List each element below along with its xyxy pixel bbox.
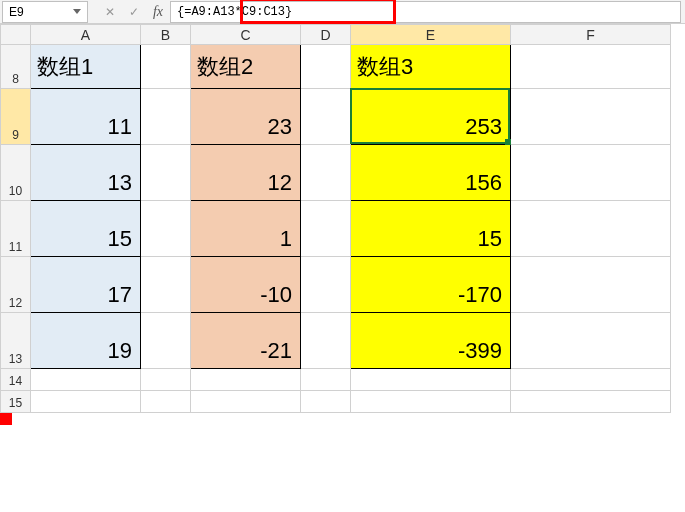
cell-B12[interactable] <box>141 257 191 313</box>
cell-A11[interactable]: 15 <box>31 201 141 257</box>
row-header-11[interactable]: 11 <box>1 201 31 257</box>
cell-C14[interactable] <box>191 369 301 391</box>
cell-F9[interactable] <box>511 89 671 145</box>
row-header-10[interactable]: 10 <box>1 145 31 201</box>
cell-D15[interactable] <box>301 391 351 413</box>
fx-label[interactable]: fx <box>146 4 170 20</box>
check-icon: ✓ <box>129 5 139 19</box>
cell-C9[interactable]: 23 <box>191 89 301 145</box>
cell-A12[interactable]: 17 <box>31 257 141 313</box>
cell-E8[interactable]: 数组3 <box>351 45 511 89</box>
cell-E12[interactable]: -170 <box>351 257 511 313</box>
cell-D14[interactable] <box>301 369 351 391</box>
cell-B14[interactable] <box>141 369 191 391</box>
cell-B10[interactable] <box>141 145 191 201</box>
cell-E15[interactable] <box>351 391 511 413</box>
cell-B13[interactable] <box>141 313 191 369</box>
spreadsheet-grid[interactable]: A B C D E F 8 数组1 数组2 数组3 9 11 23 253 10… <box>0 24 685 413</box>
name-box-dropdown-icon[interactable] <box>73 9 81 14</box>
cell-C13[interactable]: -21 <box>191 313 301 369</box>
formula-text: {=A9:A13*C9:C13} <box>177 5 292 19</box>
cell-D11[interactable] <box>301 201 351 257</box>
cell-F15[interactable] <box>511 391 671 413</box>
cell-A9[interactable]: 11 <box>31 89 141 145</box>
cell-C10[interactable]: 12 <box>191 145 301 201</box>
cell-D9[interactable] <box>301 89 351 145</box>
col-header-D[interactable]: D <box>301 25 351 45</box>
cell-E9[interactable]: 253 <box>351 89 511 145</box>
cell-F10[interactable] <box>511 145 671 201</box>
cell-D12[interactable] <box>301 257 351 313</box>
cell-E10[interactable]: 156 <box>351 145 511 201</box>
row-header-9[interactable]: 9 <box>1 89 31 145</box>
cell-C15[interactable] <box>191 391 301 413</box>
formula-input[interactable]: {=A9:A13*C9:C13} <box>170 1 681 23</box>
cell-E11[interactable]: 15 <box>351 201 511 257</box>
row-header-8[interactable]: 8 <box>1 45 31 89</box>
cell-E13[interactable]: -399 <box>351 313 511 369</box>
cell-D8[interactable] <box>301 45 351 89</box>
cell-C8[interactable]: 数组2 <box>191 45 301 89</box>
cell-B8[interactable] <box>141 45 191 89</box>
cell-A13[interactable]: 19 <box>31 313 141 369</box>
cell-D13[interactable] <box>301 313 351 369</box>
cell-A14[interactable] <box>31 369 141 391</box>
select-all-corner[interactable] <box>1 25 31 45</box>
row-header-15[interactable]: 15 <box>1 391 31 413</box>
cell-F8[interactable] <box>511 45 671 89</box>
cell-F13[interactable] <box>511 313 671 369</box>
cell-F14[interactable] <box>511 369 671 391</box>
cell-C12[interactable]: -10 <box>191 257 301 313</box>
cell-D10[interactable] <box>301 145 351 201</box>
col-header-A[interactable]: A <box>31 25 141 45</box>
formula-bar: E9 ✕ ✓ fx {=A9:A13*C9:C13} <box>0 0 685 24</box>
confirm-button[interactable]: ✓ <box>122 1 146 23</box>
col-header-B[interactable]: B <box>141 25 191 45</box>
cell-F11[interactable] <box>511 201 671 257</box>
cell-A10[interactable]: 13 <box>31 145 141 201</box>
cell-B15[interactable] <box>141 391 191 413</box>
cell-B11[interactable] <box>141 201 191 257</box>
cell-A15[interactable] <box>31 391 141 413</box>
cell-E14[interactable] <box>351 369 511 391</box>
annotation-box-column-e <box>0 413 12 425</box>
row-header-12[interactable]: 12 <box>1 257 31 313</box>
cell-B9[interactable] <box>141 89 191 145</box>
cell-F12[interactable] <box>511 257 671 313</box>
name-box[interactable]: E9 <box>2 1 88 23</box>
col-header-C[interactable]: C <box>191 25 301 45</box>
row-header-13[interactable]: 13 <box>1 313 31 369</box>
cancel-icon: ✕ <box>105 5 115 19</box>
col-header-F[interactable]: F <box>511 25 671 45</box>
cell-C11[interactable]: 1 <box>191 201 301 257</box>
cell-A8[interactable]: 数组1 <box>31 45 141 89</box>
col-header-E[interactable]: E <box>351 25 511 45</box>
row-header-14[interactable]: 14 <box>1 369 31 391</box>
cancel-button[interactable]: ✕ <box>98 1 122 23</box>
name-box-value: E9 <box>9 5 73 19</box>
